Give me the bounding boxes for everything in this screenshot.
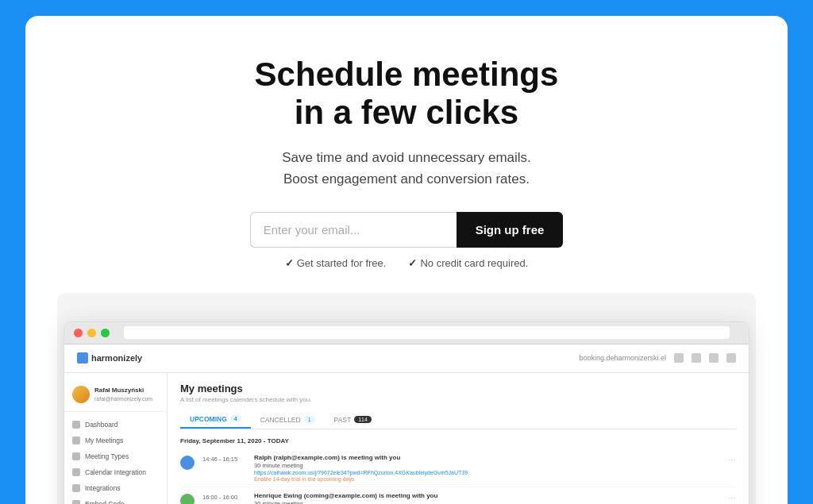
mockup-titlebar (64, 322, 749, 344)
dashboard-icon (72, 421, 80, 429)
nav-icon-2 (692, 353, 701, 363)
meeting-link-1[interactable]: https://calhawk.zoom.us/j/79672ele34?pwd… (254, 470, 720, 475)
tab-cancelled-count: 1 (304, 416, 315, 423)
meeting-item-1: 14:46 - 16:15 Ralph (ralph@example.com) … (180, 449, 736, 487)
subtitle-line2: Boost engagement and conversion rates. (283, 171, 530, 187)
hero-title: Schedule meetings in a few clicks (57, 56, 756, 133)
sidebar-label-calendar: Calendar Integration (85, 468, 146, 476)
integrations-icon (72, 484, 80, 492)
nav-icon-4 (726, 353, 736, 363)
form-notes: ✓ Get started for free. ✓ No credit card… (57, 257, 756, 269)
main-card: Schedule meetings in a few clicks Save t… (25, 16, 788, 504)
nav-icon-3 (709, 353, 719, 363)
tab-upcoming[interactable]: UPCOMING 4 (180, 411, 251, 429)
hero-subtitle: Save time and avoid unnecessary emails. … (57, 147, 756, 190)
email-input[interactable] (250, 212, 457, 248)
tab-past-count: 114 (354, 416, 372, 423)
sidebar-item-dashboard[interactable]: Dashboard (64, 417, 167, 433)
app-logo: harmonizely (77, 352, 142, 364)
maximize-dot (101, 329, 110, 337)
tab-cancelled-label: CANCELLED (260, 416, 301, 424)
meeting-more-1[interactable]: ··· (728, 454, 736, 465)
user-name: Rafał Muszyński (94, 386, 152, 394)
sidebar-user: Rafał Muszyński rafal@harmonizely.com (64, 381, 167, 412)
meeting-details-1: Ralph (ralph@example.com) is meeting wit… (254, 454, 720, 482)
hero-title-line1: Schedule meetings (255, 56, 559, 93)
app-mockup-wrapper: harmonizely booking.deharmonizerski.el (57, 293, 756, 504)
tab-upcoming-label: UPCOMING (190, 415, 227, 423)
date-header-1: Friday, September 11, 2020 - TODAY (180, 437, 736, 444)
types-icon (72, 452, 80, 460)
logo-icon (77, 352, 88, 364)
meeting-who-1: Ralph (ralph@example.com) is meeting wit… (254, 454, 720, 461)
mockup-main: My meetings A list of meetings calenders… (168, 373, 749, 504)
sidebar-label-integrations: Integrations (85, 484, 120, 492)
tab-upcoming-count: 4 (230, 415, 241, 422)
check-icon-card: ✓ (408, 257, 417, 269)
meeting-who-text-2: Henrique Ewing (coming@example.com) is m… (254, 492, 437, 499)
note-free-text: Get started for free. (297, 257, 387, 269)
meeting-who-2: Henrique Ewing (coming@example.com) is m… (254, 492, 720, 499)
check-icon-free: ✓ (285, 257, 294, 269)
logo-text: harmonizely (91, 353, 142, 363)
calendar-icon (72, 468, 80, 476)
nav-right: booking.deharmonizerski.el (579, 353, 736, 363)
mockup-tabs: UPCOMING 4 CANCELLED 1 PAST 114 (180, 411, 736, 429)
sidebar-item-embed[interactable]: Embed Code (64, 496, 167, 504)
hero-title-line2: in a few clicks (295, 94, 518, 131)
sidebar-label-dashboard: Dashboard (85, 421, 118, 429)
sidebar-label-meetings: My Meetings (85, 437, 123, 444)
meeting-item-2: 16:00 - 16:00 Henrique Ewing (coming@exa… (180, 487, 736, 504)
mockup-topnav: harmonizely booking.deharmonizerski.el (64, 344, 749, 373)
app-mockup: harmonizely booking.deharmonizerski.el (64, 321, 749, 504)
main-subtitle: A list of meetings calenders schedule wi… (180, 396, 736, 403)
sidebar-item-integrations[interactable]: Integrations (64, 480, 167, 496)
tab-past[interactable]: PAST 114 (325, 411, 381, 429)
user-info: Rafał Muszyński rafal@harmonizely.com (94, 386, 152, 402)
meeting-more-2[interactable]: ··· (728, 492, 736, 503)
meeting-details-2: Henrique Ewing (coming@example.com) is m… (254, 492, 720, 504)
avatar (72, 386, 90, 403)
hero-section: Schedule meetings in a few clicks Save t… (57, 56, 756, 293)
sidebar-item-types[interactable]: Meeting Types (64, 448, 167, 464)
mockup-sidebar: Rafał Muszyński rafal@harmonizely.com Da… (64, 373, 168, 504)
sidebar-label-types: Meeting Types (85, 452, 129, 460)
meeting-time-2: 16:00 - 16:00 (202, 492, 246, 501)
tab-cancelled[interactable]: CANCELLED 1 (251, 411, 325, 429)
meeting-type-2: 30 minute meeting (254, 500, 720, 504)
sidebar-item-meetings[interactable]: My Meetings (64, 433, 167, 448)
meeting-type-1: 30 minute meeting (254, 462, 720, 469)
signup-button[interactable]: Sign up free (457, 212, 564, 248)
address-bar (124, 326, 730, 339)
sidebar-label-embed: Embed Code (85, 500, 125, 504)
minimize-dot (87, 329, 96, 337)
mockup-body: Rafał Muszyński rafal@harmonizely.com Da… (64, 373, 749, 504)
nav-url: booking.deharmonizerski.el (579, 354, 666, 362)
main-title: My meetings (180, 383, 736, 394)
form-note-card: ✓ No credit card required. (408, 257, 528, 269)
user-email: rafal@harmonizely.com (94, 395, 152, 403)
embed-icon (72, 500, 80, 504)
nav-icon-1 (674, 353, 684, 363)
sidebar-item-calendar[interactable]: Calendar Integration (64, 464, 167, 480)
form-note-free: ✓ Get started for free. (285, 257, 387, 269)
meeting-alert-1: Enable 14-day trial in the upcoming days (254, 476, 720, 482)
meeting-dot-1 (180, 456, 195, 470)
meeting-who-text-1: Ralph (ralph@example.com) is meeting wit… (254, 454, 400, 461)
meeting-dot-2 (180, 494, 195, 504)
meetings-icon (72, 437, 80, 444)
close-dot (74, 329, 83, 337)
meeting-time-1: 14:46 - 16:15 (202, 454, 246, 463)
note-card-text: No credit card required. (420, 257, 528, 269)
tab-past-label: PAST (334, 416, 352, 424)
signup-form: Sign up free (57, 212, 756, 248)
subtitle-line1: Save time and avoid unnecessary emails. (282, 150, 531, 165)
